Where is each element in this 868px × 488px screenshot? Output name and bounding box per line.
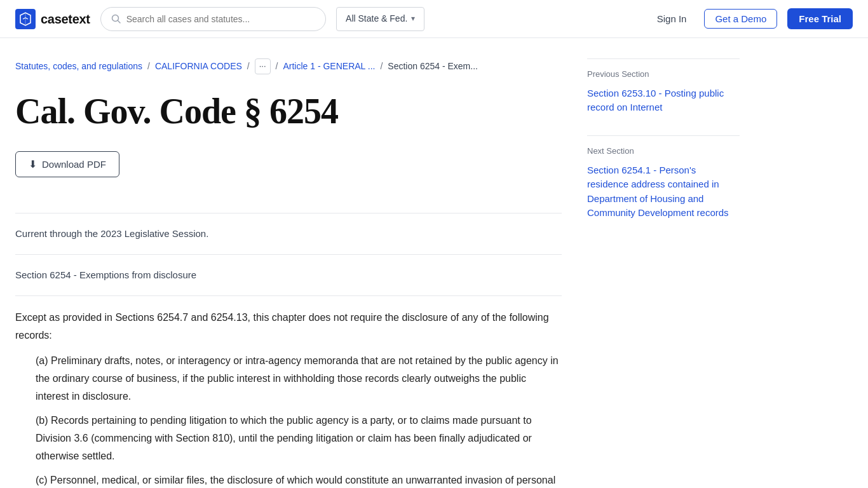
logo-link[interactable]: casetext bbox=[15, 9, 90, 29]
breadcrumb-sep-1: / bbox=[147, 59, 150, 73]
next-section-label: Next Section bbox=[587, 145, 740, 158]
breadcrumb-link-california[interactable]: CALIFORNIA CODES bbox=[155, 59, 242, 73]
sidebar-divider-previous bbox=[587, 58, 740, 59]
search-bar bbox=[100, 7, 326, 31]
divider-3 bbox=[15, 295, 562, 296]
statute-text: Except as provided in Sections 6254.7 an… bbox=[15, 309, 562, 488]
statute-intro: Except as provided in Sections 6254.7 an… bbox=[15, 309, 562, 344]
search-icon bbox=[111, 14, 121, 24]
breadcrumb: Statutes, codes, and regulations / CALIF… bbox=[15, 58, 562, 74]
free-trial-button[interactable]: Free Trial bbox=[787, 8, 853, 29]
subsection-c-text: Personnel, medical, or similar files, th… bbox=[36, 475, 555, 488]
breadcrumb-sep-2: / bbox=[247, 59, 250, 73]
subsection-c-marker: (c) bbox=[36, 475, 50, 485]
divider-2 bbox=[15, 254, 562, 255]
get-demo-button[interactable]: Get a Demo bbox=[704, 9, 777, 29]
download-pdf-button[interactable]: ⬇ Download PDF bbox=[15, 151, 119, 177]
sign-in-button[interactable]: Sign In bbox=[649, 10, 695, 28]
breadcrumb-ellipsis[interactable]: ··· bbox=[255, 58, 271, 74]
chevron-down-icon: ▾ bbox=[411, 13, 415, 25]
breadcrumb-sep-3: / bbox=[276, 59, 278, 73]
subsection-a-text: Preliminary drafts, notes, or interagenc… bbox=[36, 355, 559, 402]
subsection-b-marker: (b) bbox=[36, 415, 51, 426]
divider-1 bbox=[15, 213, 562, 214]
sidebar: Previous Section Section 6253.10 - Posti… bbox=[562, 38, 740, 488]
breadcrumb-link-statutes[interactable]: Statutes, codes, and regulations bbox=[15, 59, 142, 73]
page-title: Cal. Gov. Code § 6254 bbox=[15, 92, 562, 132]
breadcrumb-link-article[interactable]: Article 1 - GENERAL ... bbox=[283, 59, 375, 73]
section-label: Section 6254 - Exemptions from disclosur… bbox=[15, 268, 562, 283]
logo-text: casetext bbox=[41, 9, 90, 29]
breadcrumb-sep-4: / bbox=[380, 59, 383, 73]
sidebar-next-section: Next Section Section 6254.1 - Person's r… bbox=[587, 135, 740, 220]
subsection-a-marker: (a) bbox=[36, 355, 51, 366]
statute-subsection-c: (c) Personnel, medical, or similar files… bbox=[15, 471, 562, 488]
sidebar-divider-next bbox=[587, 135, 740, 136]
breadcrumb-current: Section 6254 - Exem... bbox=[388, 59, 478, 73]
next-section-link[interactable]: Section 6254.1 - Person's residence addr… bbox=[587, 163, 740, 220]
search-input[interactable] bbox=[126, 14, 315, 24]
previous-section-link[interactable]: Section 6253.10 - Posting public record … bbox=[587, 86, 740, 115]
session-text: Current through the 2023 Legislative Ses… bbox=[15, 226, 562, 241]
main-container: Statutes, codes, and regulations / CALIF… bbox=[0, 38, 868, 488]
header: casetext All State & Fed. ▾ Sign In Get … bbox=[0, 0, 868, 38]
subsection-b-text: Records pertaining to pending litigation… bbox=[36, 415, 532, 461]
statute-subsection-b: (b) Records pertaining to pending litiga… bbox=[15, 412, 562, 465]
logo-icon bbox=[15, 9, 36, 29]
content-area: Statutes, codes, and regulations / CALIF… bbox=[15, 38, 562, 488]
jurisdiction-select[interactable]: All State & Fed. ▾ bbox=[336, 7, 424, 31]
download-pdf-label: Download PDF bbox=[42, 159, 106, 170]
statute-subsection-a: (a) Preliminary drafts, notes, or intera… bbox=[15, 352, 562, 405]
sidebar-previous-section: Previous Section Section 6253.10 - Posti… bbox=[587, 58, 740, 115]
jurisdiction-label: All State & Fed. bbox=[346, 11, 407, 25]
download-icon: ⬇ bbox=[29, 158, 37, 170]
previous-section-label: Previous Section bbox=[587, 68, 740, 81]
